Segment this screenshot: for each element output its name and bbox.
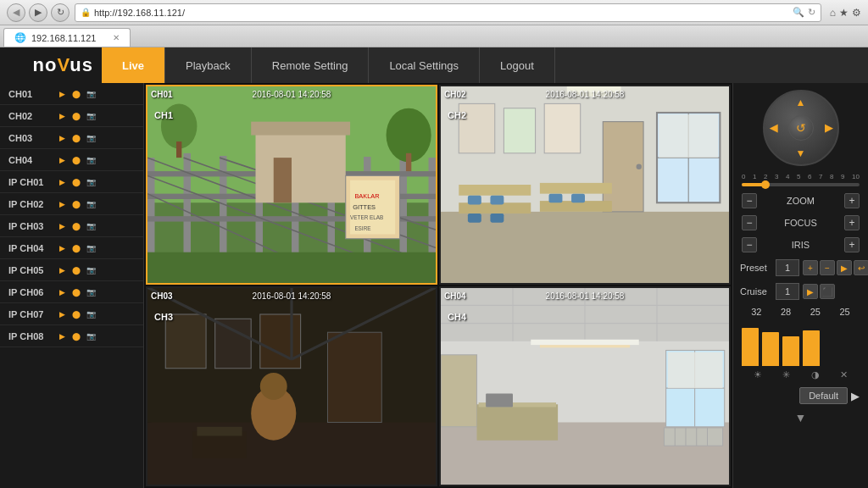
nav-live[interactable]: Live [102,47,165,83]
sidebar-item-ipch08[interactable]: IP CH08 ▶ ⬤ 📷 [0,325,143,347]
ch04-rec-icon[interactable]: ⬤ [70,154,82,166]
ipch05-rec-icon[interactable]: ⬤ [70,264,82,276]
sidebar-item-ipch02[interactable]: IP CH02 ▶ ⬤ 📷 [0,193,143,215]
ipch08-rec-icon[interactable]: ⬤ [70,330,82,342]
sidebar-item-ch03[interactable]: CH03 ▶ ⬤ 📷 [0,127,143,149]
ch01-play-icon[interactable]: ▶ [56,88,68,100]
sidebar-item-ch01[interactable]: CH01 ▶ ⬤ 📷 [0,83,143,105]
zoom-minus-button[interactable]: − [742,193,757,208]
nav-playback[interactable]: Playback [165,47,252,83]
ipch01-play-icon[interactable]: ▶ [56,176,68,188]
ptz-up-button[interactable]: ▲ [796,97,806,108]
preset-input[interactable] [776,259,799,276]
ipch03-cam-icon[interactable]: 📷 [85,220,97,232]
default-arrow-icon[interactable]: ▶ [851,390,860,402]
sidebar-item-ipch07[interactable]: IP CH07 ▶ ⬤ 📷 [0,303,143,325]
ipch08-play-icon[interactable]: ▶ [56,330,68,342]
ch02-play-icon[interactable]: ▶ [56,110,68,122]
color-bar-1[interactable] [742,328,759,366]
ipch06-cam-icon[interactable]: 📷 [85,286,97,298]
speed-25b: 25 [840,307,850,317]
ptz-left-button[interactable]: ◀ [770,122,777,134]
color-icon[interactable]: ◑ [811,369,820,380]
ipch01-cam-icon[interactable]: 📷 [85,176,97,188]
ipch08-cam-icon[interactable]: 📷 [85,330,97,342]
zoom-plus-button[interactable]: + [844,193,860,208]
ipch06-rec-icon[interactable]: ⬤ [70,286,82,298]
ipch06-play-icon[interactable]: ▶ [56,286,68,298]
ptz-right-button[interactable]: ▶ [825,122,832,134]
focus-minus-button[interactable]: − [742,215,757,230]
ipch01-rec-icon[interactable]: ⬤ [70,176,82,188]
sidebar-item-ipch01[interactable]: IP CH01 ▶ ⬤ 📷 [0,171,143,193]
ptz-down-button[interactable]: ▼ [796,147,806,159]
focus-plus-button[interactable]: + [844,215,860,230]
forward-button[interactable]: ▶ [29,3,47,22]
sidebar-item-ipch06[interactable]: IP CH06 ▶ ⬤ 📷 [0,281,143,303]
ch01-cam-icon[interactable]: 📷 [85,88,97,100]
ch03-play-icon[interactable]: ▶ [56,132,68,144]
tab-close-button[interactable]: ✕ [113,33,120,42]
star-icon[interactable]: ★ [839,7,849,19]
ch02-cam-icon[interactable]: 📷 [85,110,97,122]
contrast-icon[interactable]: ✳ [782,369,790,380]
ipch02-play-icon[interactable]: ▶ [56,198,68,210]
ipch02-rec-icon[interactable]: ⬤ [70,198,82,210]
camera-cell-ch03[interactable]: CH03 2016-08-01 14:20:58 CH3 [146,286,437,486]
ipch04-play-icon[interactable]: ▶ [56,242,68,254]
ch04-play-icon[interactable]: ▶ [56,154,68,166]
sidebar-item-ipch03[interactable]: IP CH03 ▶ ⬤ 📷 [0,215,143,237]
ptz-dial[interactable]: ▲ ▼ ◀ ▶ ↺ [763,90,839,166]
nav-local-settings[interactable]: Local Settings [369,47,480,83]
ipch03-play-icon[interactable]: ▶ [56,220,68,232]
nav-remote-setting[interactable]: Remote Setting [252,47,370,83]
ipch07-rec-icon[interactable]: ⬤ [70,308,82,320]
camera-cell-ch02[interactable]: CH02 2016-08-01 14:20:58 CH2 [439,85,731,285]
ch02-rec-icon[interactable]: ⬤ [70,110,82,122]
hue-icon[interactable]: ✕ [840,369,848,380]
address-bar[interactable]: 🔒 http://192.168.11.121/ 🔍 ↻ [75,3,821,22]
ptz-center-button[interactable]: ↺ [788,115,814,141]
home-icon[interactable]: ⌂ [830,7,836,19]
cruise-go-button[interactable]: ▶ [803,284,818,299]
ipch04-cam-icon[interactable]: 📷 [85,242,97,254]
scroll-down-arrow[interactable]: ▼ [738,411,863,424]
preset-extra-button[interactable]: ↩ [854,260,868,275]
ipch07-cam-icon[interactable]: 📷 [85,308,97,320]
preset-go-button[interactable]: ▶ [837,260,852,275]
iris-minus-button[interactable]: − [742,237,757,252]
refresh-button[interactable]: ↻ [51,3,70,22]
camera-cell-ch04[interactable]: CH04 2016-08-01 14:20:58 CH4 [439,286,731,486]
preset-minus-button[interactable]: − [820,260,835,275]
color-bar-2[interactable] [762,332,779,366]
gear-icon[interactable]: ⚙ [852,7,861,19]
ch03-rec-icon[interactable]: ⬤ [70,132,82,144]
ipch04-rec-icon[interactable]: ⬤ [70,242,82,254]
default-button[interactable]: Default [799,387,848,404]
sidebar-item-ch04[interactable]: CH04 ▶ ⬤ 📷 [0,149,143,171]
iris-plus-button[interactable]: + [844,237,860,252]
zoom-slider-track[interactable] [742,183,860,186]
ch04-cam-icon[interactable]: 📷 [85,154,97,166]
camera-cell-ch01[interactable]: CH01 2016-08-01 14:20:58 CH1 [146,85,437,285]
brightness-icon[interactable]: ☀ [754,369,762,380]
nav-logout[interactable]: Logout [480,47,555,83]
cruise-input[interactable] [776,283,799,300]
ch03-cam-icon[interactable]: 📷 [85,132,97,144]
preset-add-button[interactable]: + [803,260,818,275]
ipch05-play-icon[interactable]: ▶ [56,264,68,276]
sidebar-item-ipch05[interactable]: IP CH05 ▶ ⬤ 📷 [0,259,143,281]
color-bar-3[interactable] [782,336,799,366]
back-button[interactable]: ◀ [7,3,25,22]
browser-tab[interactable]: 🌐 192.168.11.121 ✕ [3,28,131,47]
ch01-rec-icon[interactable]: ⬤ [70,88,82,100]
color-bar-4[interactable] [803,330,820,366]
ipch02-cam-icon[interactable]: 📷 [85,198,97,210]
ipch03-rec-icon[interactable]: ⬤ [70,220,82,232]
zoom-slider-thumb[interactable] [761,180,770,189]
cruise-stop-button[interactable]: ⬛ [820,284,835,299]
ipch07-play-icon[interactable]: ▶ [56,308,68,320]
ipch05-cam-icon[interactable]: 📷 [85,264,97,276]
sidebar-item-ch02[interactable]: CH02 ▶ ⬤ 📷 [0,105,143,127]
sidebar-item-ipch04[interactable]: IP CH04 ▶ ⬤ 📷 [0,237,143,259]
